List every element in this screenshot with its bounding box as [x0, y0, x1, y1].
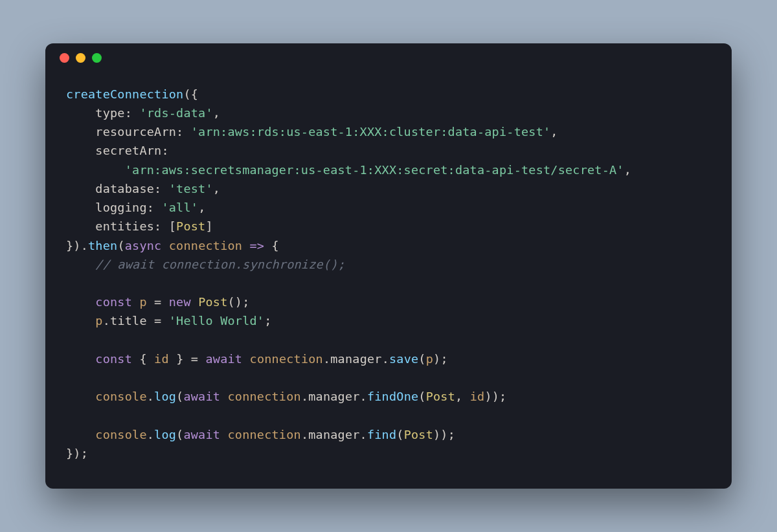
fn-createConnection: createConnection	[66, 87, 183, 101]
ident-p-3: p	[426, 352, 433, 366]
comma: ,	[455, 390, 462, 403]
ident-connection: connection	[169, 239, 242, 252]
colon: :	[125, 106, 132, 120]
fn-save: save	[389, 352, 418, 366]
ident-connection-2: connection	[250, 352, 323, 366]
ident-id-2: id	[470, 390, 485, 403]
key-secretArn: secretArn	[95, 144, 161, 157]
ident-connection-4: connection	[227, 428, 300, 441]
comma: ,	[624, 163, 631, 177]
colon: :	[154, 182, 161, 195]
dot: .	[301, 428, 308, 441]
val-resourceArn: 'arn:aws:rds:us-east-1:XXX:cluster:data-…	[191, 125, 551, 139]
arrow: =>	[250, 239, 265, 252]
paren-close: )	[433, 352, 440, 366]
ident-console-2: console	[95, 428, 146, 441]
key-logging: logging	[95, 201, 146, 214]
colon: :	[147, 201, 154, 214]
bracket-open: [	[169, 219, 176, 233]
zoom-icon[interactable]	[92, 53, 102, 63]
ident-manager-2: manager	[308, 390, 359, 403]
key-type: type	[95, 106, 124, 120]
paren-open: (	[396, 428, 403, 441]
fn-then: then	[88, 239, 117, 252]
semi: ;	[448, 428, 455, 441]
ident-console: console	[95, 390, 146, 403]
dot: .	[147, 428, 154, 441]
fn-find: find	[367, 428, 396, 441]
paren-close: )	[235, 295, 242, 309]
minimize-icon[interactable]	[76, 53, 85, 63]
dot: .	[382, 352, 389, 366]
ident-manager: manager	[330, 352, 381, 366]
ident-p: p	[139, 295, 146, 309]
val-logging: 'all'	[161, 201, 198, 214]
comment-sync: // await connection.synchronize();	[95, 258, 345, 271]
paren-open: (	[228, 295, 235, 309]
paren-close: )	[492, 390, 499, 403]
eq: =	[154, 295, 161, 309]
code-window: createConnection({ type: 'rds-data', res…	[45, 43, 732, 489]
class-Post: Post	[176, 219, 205, 233]
dot: .	[360, 390, 367, 403]
brace-open: {	[272, 239, 279, 252]
fn-findOne: findOne	[367, 390, 418, 403]
ident-connection-3: connection	[227, 390, 300, 403]
fn-log: log	[154, 390, 176, 403]
comma: ,	[213, 182, 220, 195]
val-secretArn: 'arn:aws:secretsmanager:us-east-1:XXX:se…	[125, 163, 624, 177]
close-all: });	[66, 447, 88, 460]
kw-const-2: const	[95, 352, 132, 366]
kw-async: async	[125, 239, 162, 252]
paren-open: (	[418, 390, 425, 403]
val-hello: 'Hello World'	[169, 314, 264, 327]
ident-p-2: p	[95, 314, 102, 327]
kw-await: await	[206, 352, 243, 366]
kw-const: const	[95, 295, 132, 309]
paren-open: (	[117, 239, 124, 252]
eq: =	[154, 314, 161, 327]
paren-open: (	[176, 390, 183, 403]
key-database: database	[95, 182, 154, 195]
val-database: 'test'	[169, 182, 213, 195]
eq: =	[191, 352, 198, 366]
comma: ,	[198, 201, 205, 214]
dot: .	[103, 314, 110, 327]
ident-manager-3: manager	[308, 428, 359, 441]
bracket-close: ]	[205, 219, 212, 233]
dot: .	[81, 239, 88, 252]
dot: .	[147, 390, 154, 403]
paren-close: )	[484, 390, 491, 403]
key-resourceArn: resourceArn	[95, 125, 176, 139]
brace-open: {	[139, 352, 146, 366]
semi: ;	[499, 390, 506, 403]
colon: :	[154, 219, 161, 233]
comma: ,	[550, 125, 557, 139]
dot: .	[301, 390, 308, 403]
comma: ,	[213, 106, 220, 120]
colon: :	[176, 125, 183, 139]
code-block: createConnection({ type: 'rds-data', res…	[45, 73, 732, 489]
kw-await-3: await	[183, 428, 220, 441]
class-Post-2: Post	[426, 390, 455, 403]
val-type: 'rds-data'	[139, 106, 212, 120]
close-icon[interactable]	[60, 53, 69, 63]
kw-new: new	[169, 295, 191, 309]
dot: .	[360, 428, 367, 441]
colon: :	[161, 144, 168, 157]
kw-await-2: await	[183, 390, 220, 403]
paren-open: (	[418, 352, 425, 366]
paren-open: (	[183, 87, 190, 101]
brace-open: {	[191, 87, 198, 101]
semi: ;	[264, 314, 271, 327]
key-entities: entities	[95, 219, 154, 233]
dot: .	[323, 352, 330, 366]
paren-close: )	[433, 428, 440, 441]
semi: ;	[440, 352, 447, 366]
class-Post-3: Post	[404, 428, 433, 441]
semi: ;	[242, 295, 249, 309]
fn-log-2: log	[154, 428, 176, 441]
paren-open: (	[176, 428, 183, 441]
brace-close: }	[176, 352, 183, 366]
brace-close-paren: })	[66, 239, 81, 252]
